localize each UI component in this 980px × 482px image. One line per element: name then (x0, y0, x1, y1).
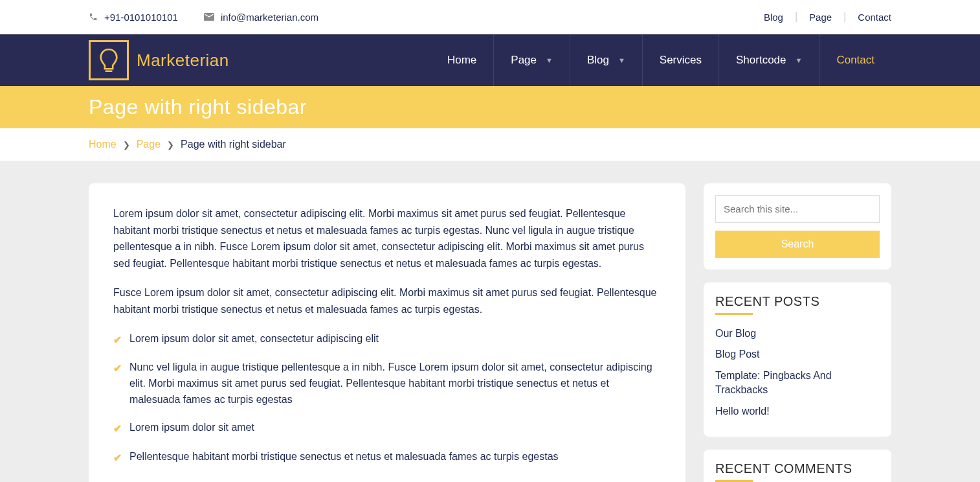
post-link[interactable]: Hello world! (715, 404, 880, 419)
logo-icon (89, 40, 129, 80)
list-item: ✔Lorem ipsum dolor sit amet (113, 420, 661, 437)
nav-page[interactable]: Page▼ (493, 34, 570, 86)
search-button[interactable]: Search (715, 231, 880, 258)
check-icon: ✔ (113, 361, 122, 377)
topbar: +91-0101010101 info@marketerian.com Blog… (0, 0, 980, 34)
sidebar: Search RECENT POSTS Our Blog Blog Post T… (704, 183, 891, 482)
search-widget: Search (704, 183, 891, 270)
page-title: Page with right sidebar (89, 95, 891, 119)
nav-menu: Home Page▼ Blog▼ Services Shortcode▼ Con… (430, 34, 891, 86)
post-link[interactable]: Our Blog (715, 327, 880, 341)
check-icon: ✔ (113, 332, 122, 349)
nav-blog[interactable]: Blog▼ (570, 34, 642, 86)
paragraph: Fusce Lorem ipsum dolor sit amet, consec… (113, 284, 661, 317)
breadcrumb-current: Page with right sidebar (181, 139, 286, 150)
post-link[interactable]: Blog Post (715, 347, 880, 362)
content-card: Lorem ipsum dolor sit amet, consectetur … (89, 183, 685, 482)
topbar-link-contact[interactable]: Contact (858, 12, 891, 23)
email-icon (204, 13, 214, 21)
topbar-links: Blog | Page | Contact (764, 11, 891, 23)
chevron-right-icon: ❯ (167, 140, 174, 150)
post-link[interactable]: Template: Pingbacks And Trackbacks (715, 369, 880, 398)
chevron-down-icon: ▼ (546, 56, 553, 64)
main-nav: Marketerian Home Page▼ Blog▼ Services Sh… (0, 34, 980, 86)
widget-title: RECENT COMMENTS (715, 461, 880, 476)
paragraph: Lorem ipsum dolor sit amet, consectetur … (113, 205, 661, 271)
nav-home[interactable]: Home (430, 34, 493, 86)
recent-comments-widget: RECENT COMMENTS (704, 450, 891, 482)
logo-text: Marketerian (137, 51, 229, 71)
separator: | (795, 11, 797, 23)
breadcrumb-link-page[interactable]: Page (137, 139, 161, 150)
breadcrumb: Home ❯ Page ❯ Page with right sidebar (0, 128, 980, 161)
title-underline (715, 313, 753, 315)
chevron-down-icon: ▼ (796, 56, 803, 64)
list-item: ✔Pellentesque habitant morbi tristique s… (113, 449, 661, 466)
post-list: Our Blog Blog Post Template: Pingbacks A… (715, 327, 880, 419)
list-item: ✔Lorem ipsum dolor sit amet, consectetur… (113, 331, 661, 349)
main-content-area: Lorem ipsum dolor sit amet, consectetur … (0, 161, 980, 482)
check-icon: ✔ (113, 450, 122, 466)
widget-title: RECENT POSTS (715, 294, 880, 309)
topbar-link-blog[interactable]: Blog (764, 12, 783, 23)
page-title-bar: Page with right sidebar (0, 86, 980, 128)
nav-contact[interactable]: Contact (819, 34, 891, 86)
topbar-link-page[interactable]: Page (809, 12, 832, 23)
separator: | (843, 11, 846, 23)
check-list: ✔Lorem ipsum dolor sit amet, consectetur… (113, 331, 661, 466)
list-item: ✔Nunc vel ligula in augue tristique pell… (113, 360, 661, 407)
logo[interactable]: Marketerian (89, 40, 229, 80)
nav-services[interactable]: Services (642, 34, 718, 86)
search-input[interactable] (715, 195, 880, 223)
check-icon: ✔ (113, 421, 122, 437)
recent-posts-widget: RECENT POSTS Our Blog Blog Post Template… (704, 282, 891, 437)
breadcrumb-link-home[interactable]: Home (89, 139, 117, 150)
chevron-down-icon: ▼ (618, 56, 625, 64)
phone-icon (89, 12, 98, 21)
email: info@marketerian.com (204, 12, 318, 23)
nav-shortcode[interactable]: Shortcode▼ (718, 34, 819, 86)
phone: +91-0101010101 (89, 12, 178, 23)
topbar-contact: +91-0101010101 info@marketerian.com (89, 12, 318, 23)
chevron-right-icon: ❯ (123, 140, 130, 150)
